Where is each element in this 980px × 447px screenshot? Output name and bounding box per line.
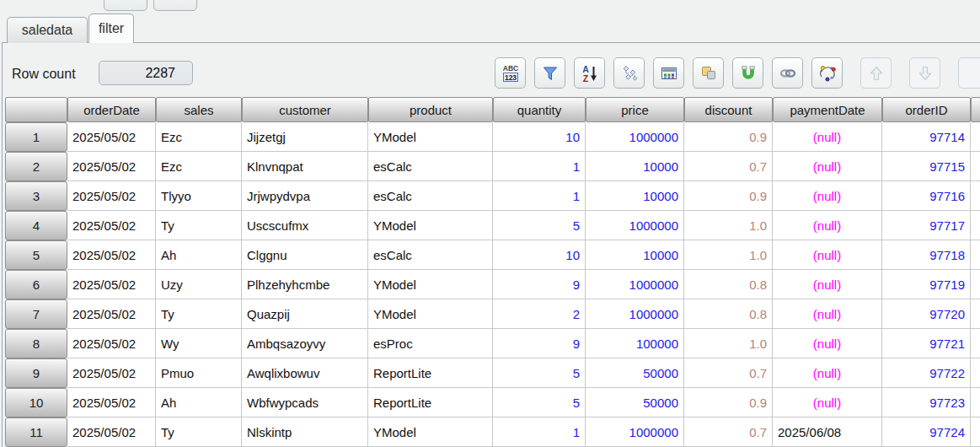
row-header[interactable]: 5 <box>5 240 67 270</box>
cell-sales[interactable]: Ezc <box>156 152 242 181</box>
tab-filter[interactable]: filter <box>88 13 134 43</box>
cell-paymentDate[interactable]: (null) <box>773 299 882 329</box>
cell-sales[interactable]: Ezc <box>156 122 242 152</box>
cell-customer[interactable]: Clggnu <box>242 240 368 270</box>
cell-quantity[interactable]: 5 <box>493 211 586 240</box>
cell-sales[interactable]: Wy <box>156 329 242 358</box>
cell-sales[interactable]: Ty <box>156 299 242 329</box>
cell-price[interactable]: 1000000 <box>586 122 684 152</box>
cell-product[interactable]: esCalc <box>368 152 493 181</box>
cell-product[interactable]: ReportLite <box>368 358 493 388</box>
tab-saledata[interactable]: saledata <box>7 17 88 43</box>
cell-product[interactable]: YModel <box>368 122 493 152</box>
cell-discount[interactable]: 1.0 <box>684 211 773 240</box>
cell-paymentDate[interactable]: (null) <box>773 240 882 270</box>
cell-discount[interactable]: 0.7 <box>684 358 773 388</box>
cell-orderDate[interactable]: 2025/05/02 <box>67 152 156 181</box>
cell-orderID[interactable]: 97717 <box>882 211 971 240</box>
report-button[interactable] <box>653 57 684 89</box>
cell-paymentDate[interactable]: 2025/06/08 <box>773 417 882 447</box>
cell-orderID[interactable]: 97718 <box>882 240 971 270</box>
cell-discount[interactable]: 0.7 <box>684 417 773 447</box>
cell-customer[interactable]: Uscscufmx <box>242 211 368 240</box>
partial-top-button-2[interactable] <box>153 0 197 11</box>
cell-quantity[interactable]: 9 <box>493 329 586 358</box>
cell-orderID[interactable]: 97715 <box>882 152 971 181</box>
cell-orderDate[interactable]: 2025/05/02 <box>67 358 156 388</box>
cell-customer[interactable]: Wbfwypcads <box>242 388 368 417</box>
cell-customer[interactable]: Klnvnqpat <box>242 152 368 181</box>
cell-extra[interactable] <box>971 358 980 388</box>
column-header-paymentDate[interactable]: paymentDate <box>773 97 882 122</box>
cell-paymentDate[interactable]: (null) <box>773 388 882 417</box>
cell-orderDate[interactable]: 2025/05/02 <box>67 270 156 299</box>
copy-button[interactable] <box>693 57 724 89</box>
cell-extra[interactable] <box>971 270 980 299</box>
cell-quantity[interactable]: 2 <box>493 299 586 329</box>
cell-orderDate[interactable]: 2025/05/02 <box>67 329 156 358</box>
cell-price[interactable]: 10000 <box>586 152 684 181</box>
cell-extra[interactable] <box>971 417 980 447</box>
sort-button[interactable]: AZ <box>574 57 605 89</box>
row-header[interactable]: 6 <box>5 270 67 299</box>
cell-product[interactable]: YModel <box>368 299 493 329</box>
cell-sales[interactable]: Tlyyo <box>156 181 242 211</box>
cell-orderID[interactable]: 97722 <box>882 358 971 388</box>
cell-quantity[interactable]: 1 <box>493 417 586 447</box>
column-header-rownum[interactable] <box>5 97 67 122</box>
cell-sales[interactable]: Ty <box>156 211 242 240</box>
cell-paymentDate[interactable]: (null) <box>773 152 882 181</box>
cell-sales[interactable]: Pmuo <box>156 358 242 388</box>
cell-extra[interactable] <box>971 152 980 181</box>
cell-price[interactable]: 50000 <box>586 388 684 417</box>
cell-price[interactable]: 50000 <box>586 358 684 388</box>
cell-paymentDate[interactable]: (null) <box>773 122 882 152</box>
cell-quantity[interactable]: 9 <box>493 270 586 299</box>
cell-discount[interactable]: 0.9 <box>684 181 773 211</box>
refresh-button[interactable] <box>811 57 843 89</box>
column-header-price[interactable]: price <box>586 97 684 122</box>
cell-paymentDate[interactable]: (null) <box>773 358 882 388</box>
row-header[interactable]: 10 <box>5 388 67 417</box>
cell-paymentDate[interactable]: (null) <box>773 211 882 240</box>
cell-discount[interactable]: 1.0 <box>684 329 773 358</box>
cell-quantity[interactable]: 10 <box>493 240 586 270</box>
cell-orderDate[interactable]: 2025/05/02 <box>67 388 156 417</box>
cell-price[interactable]: 10000 <box>586 240 684 270</box>
cell-product[interactable]: YModel <box>368 270 493 299</box>
cell-orderID[interactable]: 97719 <box>882 270 971 299</box>
cell-price[interactable]: 10000 <box>586 181 684 211</box>
cell-price[interactable]: 1000000 <box>586 211 684 240</box>
cell-quantity[interactable]: 5 <box>493 358 586 388</box>
cell-price[interactable]: 1000000 <box>586 270 684 299</box>
cell-product[interactable]: YModel <box>368 211 493 240</box>
cell-customer[interactable]: Ambqsazoyvy <box>242 329 368 358</box>
cell-discount[interactable]: 1.0 <box>684 240 773 270</box>
row-header[interactable]: 7 <box>5 299 67 329</box>
cell-extra[interactable] <box>971 388 980 417</box>
row-header[interactable]: 3 <box>5 181 67 211</box>
cell-product[interactable]: YModel <box>368 417 493 447</box>
cell-paymentDate[interactable]: (null) <box>773 181 882 211</box>
cell-sales[interactable]: Ty <box>156 417 242 447</box>
partial-top-button-1[interactable] <box>104 0 147 11</box>
cell-extra[interactable] <box>971 299 980 329</box>
cell-orderDate[interactable]: 2025/05/02 <box>67 181 156 211</box>
cell-discount[interactable]: 0.9 <box>684 388 773 417</box>
cell-paymentDate[interactable]: (null) <box>773 329 882 358</box>
cell-customer[interactable]: Quazpij <box>242 299 368 329</box>
cell-quantity[interactable]: 5 <box>493 388 586 417</box>
cell-product[interactable]: ReportLite <box>368 388 493 417</box>
cell-quantity[interactable]: 1 <box>493 152 586 181</box>
cell-discount[interactable]: 0.9 <box>684 122 773 152</box>
cell-extra[interactable] <box>971 329 980 358</box>
cell-extra[interactable] <box>971 211 980 240</box>
cell-orderID[interactable]: 97716 <box>882 181 971 211</box>
row-header[interactable]: 11 <box>5 417 67 447</box>
cell-orderDate[interactable]: 2025/05/02 <box>67 240 156 270</box>
cell-extra[interactable] <box>971 181 980 211</box>
filter-button[interactable] <box>534 57 565 89</box>
magnet-button[interactable] <box>732 57 763 89</box>
column-header-extra[interactable] <box>971 97 980 122</box>
cell-extra[interactable] <box>971 240 980 270</box>
